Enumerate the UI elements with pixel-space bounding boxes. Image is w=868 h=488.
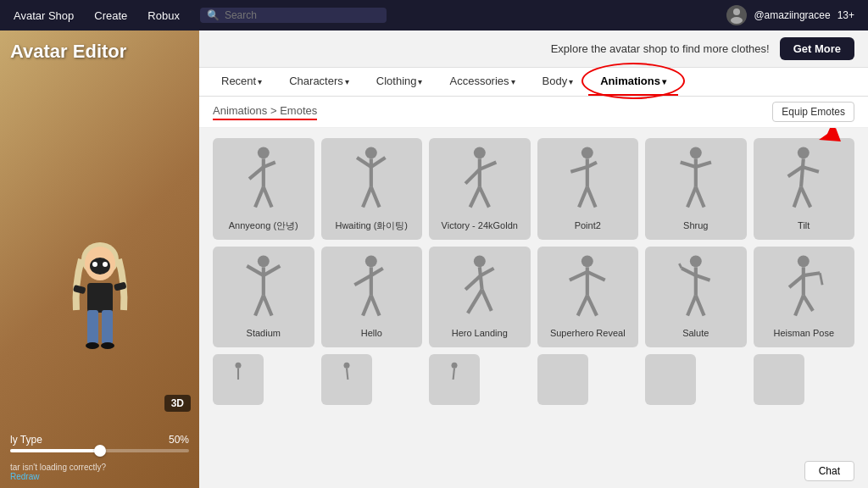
chat-button[interactable]: Chat xyxy=(804,461,854,481)
main-layout: Avatar Editor xyxy=(0,30,868,488)
promo-text: Explore the avatar shop to find more clo… xyxy=(551,42,770,55)
svg-rect-9 xyxy=(102,310,113,344)
svg-point-1 xyxy=(731,17,743,24)
nav-robux[interactable]: Robux xyxy=(147,9,180,22)
tab-clothing[interactable]: Clothing▾ xyxy=(364,68,435,96)
emote-label: Shrug xyxy=(680,220,711,231)
emote-point2[interactable]: Point2 xyxy=(537,138,639,240)
svg-point-0 xyxy=(733,8,740,15)
svg-point-32 xyxy=(581,147,593,159)
tab-body[interactable]: Body▾ xyxy=(531,68,586,96)
emote-partial-6[interactable] xyxy=(754,354,804,405)
svg-point-92 xyxy=(343,363,349,369)
get-more-button[interactable]: Get More xyxy=(780,37,854,60)
search-input[interactable] xyxy=(225,9,380,21)
emote-figure xyxy=(329,362,364,397)
svg-line-78 xyxy=(682,269,696,275)
svg-line-68 xyxy=(468,290,482,313)
nav-create[interactable]: Create xyxy=(94,9,127,22)
svg-point-94 xyxy=(452,363,458,369)
emote-partial-5[interactable] xyxy=(645,354,696,405)
search-bar[interactable]: 🔍 xyxy=(200,8,387,23)
redraw-button[interactable]: Redraw xyxy=(10,472,39,481)
svg-point-52 xyxy=(258,255,270,267)
svg-point-10 xyxy=(86,342,99,349)
avatar xyxy=(726,5,747,25)
svg-line-54 xyxy=(247,266,264,275)
svg-line-45 xyxy=(801,159,804,187)
svg-line-82 xyxy=(696,296,704,316)
breadcrumb-parent[interactable]: Animations xyxy=(213,104,267,117)
emote-figure xyxy=(228,254,299,325)
emote-figure xyxy=(660,146,732,217)
slider-section: ly Type 50% xyxy=(0,429,199,458)
emote-partial-4[interactable] xyxy=(537,354,588,405)
svg-line-69 xyxy=(482,290,492,311)
emote-figure xyxy=(768,146,839,217)
svg-line-22 xyxy=(358,158,372,167)
svg-line-43 xyxy=(696,187,704,208)
equip-emotes-button[interactable]: Equip Emotes xyxy=(772,102,854,122)
emote-figure xyxy=(444,146,515,217)
svg-line-31 xyxy=(480,187,489,208)
svg-line-28 xyxy=(465,169,480,184)
svg-rect-7 xyxy=(87,283,113,313)
emote-hwaiting[interactable]: Hwaiting (화이팅) xyxy=(321,138,423,240)
svg-point-76 xyxy=(690,255,702,267)
svg-line-18 xyxy=(255,187,264,208)
svg-line-67 xyxy=(481,269,493,275)
tab-accessories[interactable]: Accessories▾ xyxy=(437,68,526,96)
user-age: 13+ xyxy=(837,9,854,21)
emote-label: Hello xyxy=(358,328,386,339)
svg-line-62 xyxy=(363,296,371,316)
slider-track[interactable] xyxy=(10,449,189,452)
emotes-row-2: Stadium Hello Hero Landing xyxy=(213,247,854,348)
svg-line-73 xyxy=(587,272,605,280)
emote-hero-landing[interactable]: Hero Landing xyxy=(429,247,531,348)
tab-recent[interactable]: Recent▾ xyxy=(209,68,274,96)
svg-line-30 xyxy=(470,187,480,208)
emote-partial-2[interactable] xyxy=(321,354,372,405)
page-title: Avatar Editor xyxy=(10,41,126,63)
slider-fill xyxy=(10,449,100,452)
svg-point-44 xyxy=(798,147,810,159)
emote-salute[interactable]: Salute xyxy=(645,247,747,348)
svg-line-24 xyxy=(363,187,371,208)
svg-point-4 xyxy=(90,258,110,274)
chat-area: Chat xyxy=(199,458,868,488)
emote-heisman-pose[interactable]: Heisman Pose xyxy=(754,247,855,348)
svg-line-16 xyxy=(249,167,264,179)
right-panel: Explore the avatar shop to find more clo… xyxy=(199,30,868,488)
slider-thumb[interactable] xyxy=(94,445,106,457)
emotes-row-3 xyxy=(213,354,854,405)
svg-line-60 xyxy=(355,275,372,285)
svg-line-46 xyxy=(788,167,803,176)
svg-line-56 xyxy=(255,296,264,316)
emote-label: Annyeong (안녕) xyxy=(225,220,302,231)
svg-line-34 xyxy=(571,167,588,172)
emote-annyeong[interactable]: Annyeong (안녕) xyxy=(213,138,314,240)
tab-animations[interactable]: Animations▾ xyxy=(588,68,678,96)
tab-characters[interactable]: Characters▾ xyxy=(277,68,361,96)
svg-rect-8 xyxy=(87,310,98,344)
svg-line-50 xyxy=(829,128,850,136)
breadcrumb-separator: > xyxy=(270,104,280,117)
slider-value: 50% xyxy=(169,434,189,446)
emote-partial-1[interactable] xyxy=(213,354,264,405)
emote-stadium[interactable]: Stadium xyxy=(213,247,314,348)
emote-hello[interactable]: Hello xyxy=(321,247,423,348)
emote-victory[interactable]: Victory - 24kGoldn xyxy=(429,138,531,240)
nav-avatar-shop[interactable]: Avatar Shop xyxy=(14,9,74,22)
promo-banner: Explore the avatar shop to find more clo… xyxy=(199,30,868,68)
emote-label: Tilt xyxy=(794,220,813,231)
emote-superhero-reveal[interactable]: Superhero Reveal xyxy=(537,247,639,348)
top-navigation: Avatar Shop Create Robux 🔍 @amaziingrace… xyxy=(0,0,868,30)
emote-label: Victory - 24kGoldn xyxy=(438,220,521,231)
emote-shrug[interactable]: Shrug xyxy=(645,138,747,240)
emote-figure xyxy=(437,362,472,397)
emote-partial-3[interactable] xyxy=(429,354,480,405)
slider-label-text: ly Type xyxy=(10,434,42,446)
username-label: @amaziingracee xyxy=(754,9,830,21)
emote-tilt[interactable]: Tilt xyxy=(754,138,855,240)
svg-point-5 xyxy=(92,262,97,267)
